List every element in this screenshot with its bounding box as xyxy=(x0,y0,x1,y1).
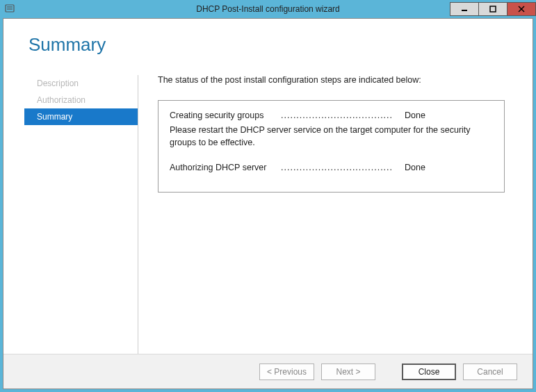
maximize-button[interactable] xyxy=(478,2,507,16)
svg-rect-0 xyxy=(6,5,14,12)
titlebar: DHCP Post-Install configuration wizard xyxy=(0,0,536,18)
status-label: Authorizing DHCP server xyxy=(170,163,281,172)
sidebar-item-description[interactable]: Description xyxy=(24,75,138,92)
sidebar-item-label: Authorization xyxy=(37,95,86,105)
window-body: Summary Description Authorization Summar… xyxy=(3,18,533,389)
status-label: Creating security groups xyxy=(170,111,281,120)
close-button[interactable]: Close xyxy=(402,364,456,380)
status-note: Please restart the DHCP server service o… xyxy=(170,124,493,149)
sidebar-item-label: Description xyxy=(37,79,79,88)
cancel-button: Cancel xyxy=(463,364,517,380)
status-row: Authorizing DHCP server ................… xyxy=(170,163,493,172)
minimize-button[interactable] xyxy=(450,2,479,16)
status-dots: ...................................... xyxy=(281,111,392,120)
status-value: Done xyxy=(405,111,425,120)
intro-text: The status of the post install configura… xyxy=(158,75,505,85)
close-window-button[interactable] xyxy=(507,2,536,16)
svg-rect-4 xyxy=(490,6,496,12)
next-button: Next > xyxy=(321,364,375,380)
app-icon xyxy=(4,3,15,15)
sidebar-item-authorization[interactable]: Authorization xyxy=(24,92,138,108)
status-dots: ...................................... xyxy=(281,163,392,172)
status-row: Creating security groups ...............… xyxy=(170,111,493,120)
wizard-footer: < Previous Next > Close Cancel xyxy=(3,354,533,389)
previous-button: < Previous xyxy=(259,364,314,380)
page-title: Summary xyxy=(29,34,512,56)
wizard-sidebar: Description Authorization Summary xyxy=(24,75,138,354)
window-controls xyxy=(450,2,536,16)
main-panel: The status of the post install configura… xyxy=(138,75,512,354)
sidebar-item-summary[interactable]: Summary xyxy=(24,108,138,125)
status-box: Creating security groups ...............… xyxy=(158,100,505,193)
sidebar-item-label: Summary xyxy=(37,112,72,122)
status-value: Done xyxy=(405,163,425,172)
